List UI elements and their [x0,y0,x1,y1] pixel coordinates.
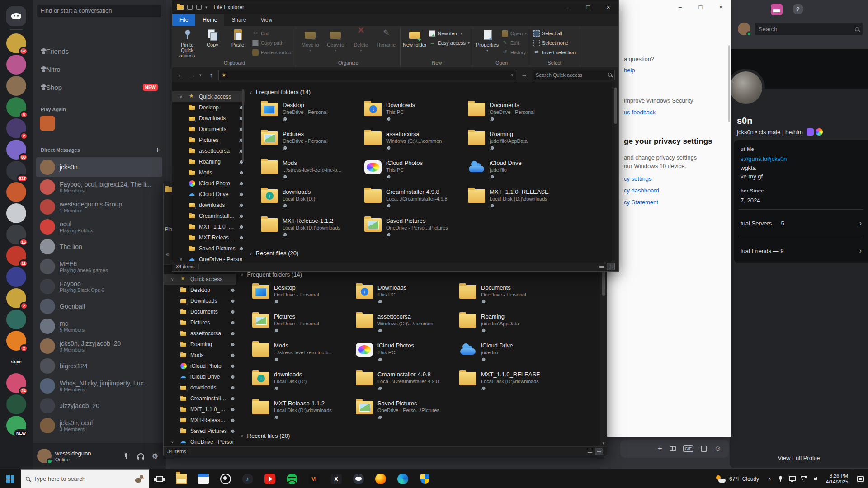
explorer-sidebar-item[interactable]: Roaming [172,156,245,167]
go-to-arrow-icon[interactable]: → [519,71,529,78]
conversation-search-button[interactable]: Find or start a conversation [37,5,161,17]
explorer-sidebar-item[interactable]: assettocorsa [164,328,236,339]
start-button[interactable] [0,469,21,488]
dm-item[interactable]: mc 5 Members [36,316,162,336]
ribbon-button[interactable]: Rename [373,27,399,60]
inbox-icon[interactable] [771,4,783,15]
explorer-sidebar-item[interactable]: Desktop [164,285,236,296]
server-icon[interactable] [6,310,26,329]
folder-tile[interactable]: Saved Pictures OneDrive - Perso...\Pictu… [356,397,459,426]
server-icon[interactable]: 11 [6,246,26,266]
server-icon[interactable]: 2 [6,288,26,308]
profile-link[interactable]: s://guns.lol/jcks0n [741,155,862,162]
ribbon-tab[interactable]: Share [224,14,253,26]
dm-item[interactable]: Jizzyjacob_20 [36,396,162,416]
folder-tile[interactable]: Mods ...\stress-level-zero-inc-b... [261,157,364,186]
folder-tile[interactable]: Downloads This PC [356,282,459,310]
ribbon-button[interactable]: Select none [533,39,576,47]
avatar[interactable] [37,449,52,463]
folder-tile[interactable]: Saved Pictures OneDrive - Perso...\Pictu… [364,215,468,244]
scrollbar-thumb[interactable] [614,88,617,124]
forward-button[interactable]: → [188,71,197,79]
server-icon[interactable] [6,76,26,96]
gift-icon[interactable] [670,446,676,451]
folder-tile[interactable]: Pictures OneDrive - Personal [252,310,356,339]
clock[interactable]: 8:26 PM 4/14/2025 [821,473,853,485]
explorer-sidebar-item[interactable]: ∨ Quick access [164,274,236,285]
server-icon[interactable]: 24 [6,373,26,393]
folder-tile[interactable]: assettocorsa Windows (C:)\...\common [364,128,468,157]
ribbon-button[interactable]: Cut [252,29,292,37]
folder-tile[interactable]: CreamInstaller-4.9.8 Loca...\CreamInstal… [364,186,468,215]
explorer-sidebar-item[interactable]: Desktop [172,102,245,113]
taskbar-app-icon[interactable] [347,469,369,488]
close-button[interactable]: × [598,0,618,14]
file-explorer-window[interactable]: ▾ File Explorer – □ × FileHomeShareView … [172,0,619,272]
ribbon-tab[interactable]: File [172,14,195,26]
taskbar-app-icon[interactable] [281,469,303,488]
ribbon-tab[interactable]: View [253,14,279,26]
dm-item[interactable]: jcks0n, Jizzyjacob_20 3 Members [36,336,162,356]
folder-tile[interactable]: Desktop OneDrive - Personal [252,282,356,310]
server-icon[interactable]: 80 [6,140,26,160]
mute-button[interactable] [120,450,132,462]
recent-files-header[interactable]: ∨Recent files (20) [236,426,607,443]
ribbon-button[interactable]: History [502,48,527,56]
folder-tile[interactable]: MXT-Release-1.1.2 Local Disk (D:)\downlo… [261,215,364,244]
explorer-sidebar-item[interactable]: Saved Pictures [164,426,236,436]
explorer-sidebar-item[interactable]: Documents [164,306,236,317]
microphone-tray-icon[interactable] [774,469,786,488]
ribbon-button[interactable]: Properties ▾ [475,27,500,60]
qat-new-folder-icon[interactable] [196,5,202,10]
minimize-button[interactable]: – [557,0,578,14]
server-icon[interactable] [6,55,26,75]
taskbar-app-icon[interactable]: ♪ [236,469,259,488]
dm-item[interactable]: westsidegunn's Group 1 Member [36,197,162,217]
folder-tile[interactable]: MXT-Release-1.1.2 Local Disk (D:)\downlo… [252,397,356,426]
task-view-button[interactable] [149,469,170,488]
dm-item[interactable]: The lion [36,237,162,257]
server-icon[interactable]: 2 [6,331,26,351]
taskbar-app-icon[interactable] [214,469,236,488]
folder-tile[interactable]: Roaming jude filo\AppData [468,128,571,157]
ribbon-button[interactable]: Copy [200,27,225,60]
folder-tile[interactable]: Roaming jude filo\AppData [459,310,563,339]
ribbon-button[interactable]: Paste shortcut [252,48,292,56]
weather-widget[interactable]: 67°F Cloudy [710,469,764,488]
ribbon-button[interactable]: New folder [402,27,427,60]
folder-tile[interactable]: MXT_1.1.0_RELEASE Local Disk (D:)\downlo… [468,186,571,215]
qat-properties-icon[interactable] [187,5,193,10]
scrollbar[interactable]: ▼ [600,265,607,446]
dm-item[interactable]: MEE6 Playing /mee6-games [36,257,162,277]
folder-tile[interactable]: Pictures OneDrive - Personal [261,128,364,157]
explorer-sidebar-item[interactable]: Downloads [164,296,236,306]
taskbar-app-icon[interactable]: X [325,469,347,488]
sticker-icon[interactable] [701,446,707,452]
explorer-sidebar-item[interactable]: Saved Pictures [172,243,245,254]
search-highlight-bird-icon[interactable] [134,474,144,483]
thumbnail-view-button[interactable] [595,448,603,455]
ribbon-button[interactable]: New item ▾ [429,29,470,37]
explorer-sidebar-item[interactable]: iCloud Photo [172,178,245,189]
maximize-button[interactable]: □ [578,0,598,14]
details-view-button[interactable] [586,448,594,455]
explorer-sidebar-item[interactable]: CreamInstaller-4 [164,393,236,404]
address-field[interactable]: ★ ▾ [218,70,516,80]
taskbar-app-icon[interactable] [192,469,214,488]
thumbnail-view-button[interactable] [607,263,615,270]
up-button[interactable]: ↑ [207,71,216,79]
frequent-folders-header[interactable]: ∨Frequent folders (14) [245,82,618,99]
folder-tile[interactable]: Documents OneDrive - Personal [468,99,571,128]
scrollbar-thumb[interactable] [242,89,244,162]
explorer-sidebar-item[interactable]: ∨ OneDrive - Persor [164,436,236,447]
ribbon-button[interactable]: Delete ▾ [348,27,373,60]
explorer-sidebar-item[interactable]: MXT_1.1.0_RELE... [172,221,245,232]
discord-home-button[interactable] [6,6,26,26]
folder-tile[interactable]: Desktop OneDrive - Personal [261,99,364,128]
folder-tile[interactable]: downloads Local Disk (D:) [252,368,356,397]
message-input-bar[interactable]: + GIF ☺ [620,440,729,458]
address-dropdown-caret-icon[interactable]: ▾ [511,73,513,77]
sidebar-nav-item[interactable]: Shop NEW [36,79,162,96]
title-bar[interactable]: ▾ File Explorer – □ × [172,0,618,14]
folder-tile[interactable]: MXT_1.1.0_RELEASE Local Disk (D:)\downlo… [459,368,563,397]
